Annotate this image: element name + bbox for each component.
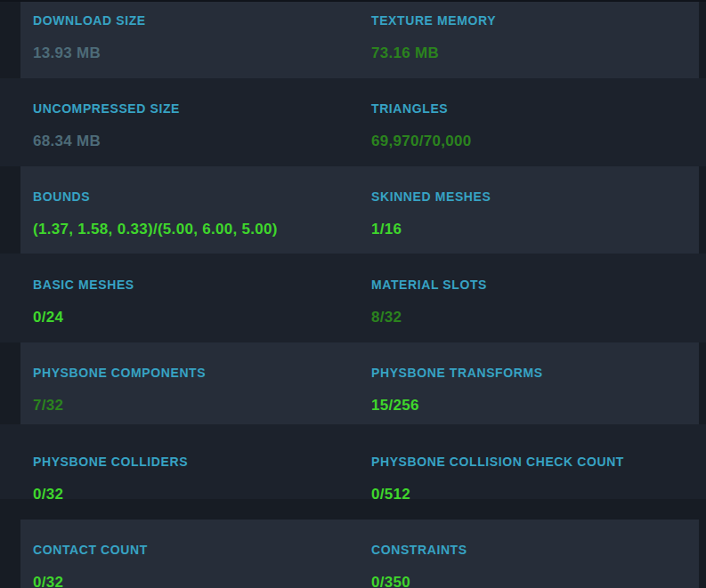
stat-value: 0/512 — [371, 486, 706, 503]
stat-label: CONTACT COUNT — [33, 542, 371, 559]
stat-value: 0/24 — [33, 309, 371, 326]
stat-row-physbone-components-transforms: PHYSBONE COMPONENTS 7/32 PHYSBONE TRANSF… — [20, 342, 699, 424]
stat-contact-count: CONTACT COUNT 0/32 — [33, 542, 371, 588]
stat-label: DOWNLOAD SIZE — [33, 12, 371, 29]
stat-value: 0/350 — [371, 574, 699, 588]
stat-label: UNCOMPRESSED SIZE — [33, 101, 371, 117]
stat-row-physbone-colliders-collisions: PHYSBONE COLLIDERS 0/32 PHYSBONE COLLISI… — [0, 424, 706, 499]
stat-value: 1/16 — [371, 221, 699, 238]
stat-constraints: CONSTRAINTS 0/350 — [371, 542, 699, 588]
stat-row-basicmeshes-materialslots: BASIC MESHES 0/24 MATERIAL SLOTS 8/32 — [0, 254, 706, 342]
stat-value: 8/32 — [371, 309, 706, 326]
stat-value: 0/32 — [33, 486, 371, 503]
stat-download-size: DOWNLOAD SIZE 13.93 MB — [33, 12, 371, 62]
stat-value: 0/32 — [33, 574, 371, 588]
stat-label: MATERIAL SLOTS — [371, 277, 706, 294]
stat-skinned-meshes: SKINNED MESHES 1/16 — [371, 189, 699, 238]
stat-basic-meshes: BASIC MESHES 0/24 — [33, 277, 371, 326]
stat-label: PHYSBONE COLLISION CHECK COUNT — [371, 454, 706, 471]
stat-label: PHYSBONE COLLIDERS — [33, 454, 371, 471]
stat-value: 68.34 MB — [33, 133, 371, 150]
stat-value: 15/256 — [371, 397, 699, 415]
stat-label: TRIANGLES — [371, 101, 706, 117]
stat-bounds: BOUNDS (1.37, 1.58, 0.33)/(5.00, 6.00, 5… — [33, 189, 371, 238]
stat-label: TEXTURE MEMORY — [371, 12, 699, 29]
stat-value: 73.16 MB — [371, 44, 699, 62]
stat-material-slots: MATERIAL SLOTS 8/32 — [371, 277, 706, 326]
stat-value: 7/32 — [33, 397, 371, 415]
stat-texture-memory: TEXTURE MEMORY 73.16 MB — [371, 12, 699, 62]
stat-label: BOUNDS — [33, 189, 371, 205]
stat-physbone-transforms: PHYSBONE TRANSFORMS 15/256 — [371, 365, 699, 415]
stat-label: SKINNED MESHES — [371, 189, 699, 205]
stat-value: (1.37, 1.58, 0.33)/(5.00, 6.00, 5.00) — [33, 221, 371, 238]
stat-row-bounds-skinnedmeshes: BOUNDS (1.37, 1.58, 0.33)/(5.00, 6.00, 5… — [20, 166, 699, 254]
stat-label: PHYSBONE COMPONENTS — [33, 365, 371, 382]
avatar-stats-panel: DOWNLOAD SIZE 13.93 MB TEXTURE MEMORY 73… — [0, 2, 706, 588]
stat-row-download-texture: DOWNLOAD SIZE 13.93 MB TEXTURE MEMORY 73… — [20, 2, 699, 78]
stat-label: PHYSBONE TRANSFORMS — [371, 365, 699, 382]
stat-label: BASIC MESHES — [33, 277, 371, 294]
stat-physbone-collision-check-count: PHYSBONE COLLISION CHECK COUNT 0/512 — [371, 454, 706, 503]
stat-value: 69,970/70,000 — [371, 133, 706, 150]
stat-row-contacts-constraints: CONTACT COUNT 0/32 CONSTRAINTS 0/350 — [20, 520, 699, 588]
stat-row-uncompressed-triangles: UNCOMPRESSED SIZE 68.34 MB TRIANGLES 69,… — [0, 78, 706, 166]
stat-physbone-colliders: PHYSBONE COLLIDERS 0/32 — [33, 454, 371, 503]
stat-label: CONSTRAINTS — [371, 542, 699, 559]
stat-triangles: TRIANGLES 69,970/70,000 — [371, 101, 706, 150]
stat-value: 13.93 MB — [33, 44, 371, 62]
stat-uncompressed-size: UNCOMPRESSED SIZE 68.34 MB — [33, 101, 371, 150]
stat-physbone-components: PHYSBONE COMPONENTS 7/32 — [33, 365, 371, 415]
